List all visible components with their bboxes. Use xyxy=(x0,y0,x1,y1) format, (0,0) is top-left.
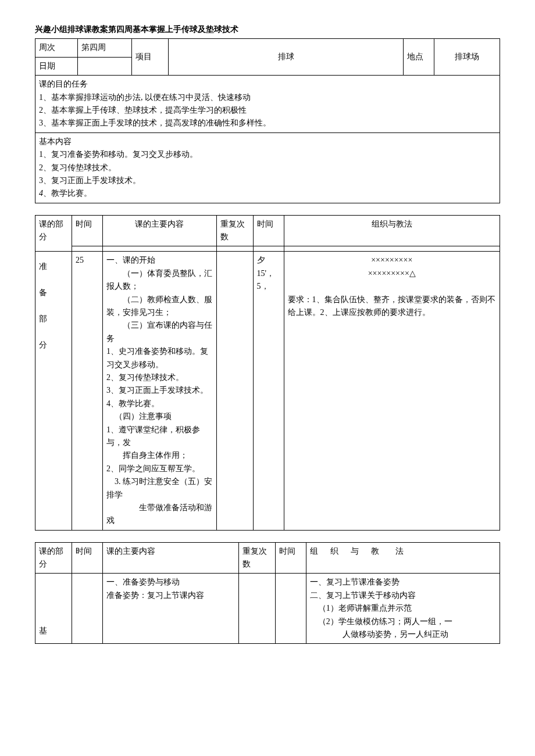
part-char: 部 xyxy=(39,306,68,332)
time-value: 25 xyxy=(72,252,103,530)
main-content-cell: 一、准备姿势与移动 准备姿势：复习上节课内容 xyxy=(103,574,239,644)
time2-val: 夕 xyxy=(257,254,280,267)
col-repeat: 重复次数 xyxy=(238,542,275,574)
objectives-item: 3、基本掌握正面上手发球的技术，提高发球的准确性和多样性。 xyxy=(39,117,496,130)
content-item: 3、复习正面上手发球技术。 xyxy=(39,174,496,187)
col-org: 组织与教法 xyxy=(306,542,500,574)
repeat-cell xyxy=(238,574,275,644)
main-content-cell: 一、课的开始 （一）体育委员整队，汇报人数； （二）教师检查人数、服装，安排见习… xyxy=(103,252,217,530)
header-table: 周次 第四周 项目 排球 地点 排球场 日期 课的目的任务 1、基本掌握排球运动… xyxy=(35,38,500,203)
org-cell: 一、复习上节课准备姿势 二、复习上节课关于移动内容 （1）老师讲解重点并示范 （… xyxy=(306,574,500,644)
empty-cell xyxy=(72,246,103,252)
col-part: 课的部分 xyxy=(35,542,72,574)
date-label: 日期 xyxy=(35,57,78,75)
date-value xyxy=(78,57,132,75)
col-part: 课的部分 xyxy=(35,215,72,252)
schedule-table-1: 课的部分 时间 课的主要内容 重复次数 时间 组织与教法 准 备 部 分 25 … xyxy=(35,215,500,531)
schedule-table-2: 课的部分 时间 课的主要内容 重复次数 时间 组织与教法 基 一、准备姿势与移动… xyxy=(35,542,500,644)
part-label-cell: 准 备 部 分 xyxy=(35,252,72,530)
week-label: 周次 xyxy=(35,39,78,57)
formation-line: ×××××××××△ xyxy=(288,267,496,280)
empty-cell xyxy=(103,246,217,252)
content-item: 1、复习准备姿势和移动。复习交叉步移动。 xyxy=(39,148,496,161)
empty-cell xyxy=(284,246,500,252)
content-heading: 基本内容 xyxy=(39,135,496,148)
part-char: 准 xyxy=(39,254,68,280)
part-char: 备 xyxy=(39,280,68,306)
org-cell: ××××××××× ×××××××××△ 要求：1、集合队伍快、整齐，按课堂要求… xyxy=(284,252,500,530)
document-title: 兴趣小组排球课教案第四周基本掌握上手传球及垫球技术 xyxy=(35,23,500,36)
col-time: 时间 xyxy=(72,215,103,246)
col-main: 课的主要内容 xyxy=(103,542,239,574)
location-value: 排球场 xyxy=(434,39,500,76)
content-item: 2、复习传垫球技术。 xyxy=(39,162,496,174)
objectives-item: 1、基本掌握排球运动的步法, 以便在练习中灵活、快速移动 xyxy=(39,91,496,104)
objectives-cell: 课的目的任务 1、基本掌握排球运动的步法, 以便在练习中灵活、快速移动 2、基本… xyxy=(35,76,500,133)
col-repeat: 重复次数 xyxy=(216,215,253,246)
col-time2: 时间 xyxy=(253,215,284,246)
repeat-cell xyxy=(216,252,253,530)
time2-val: 15'， xyxy=(257,267,280,280)
time-cell xyxy=(72,574,103,644)
empty-cell xyxy=(216,246,253,252)
content-cell: 基本内容 1、复习准备姿势和移动。复习交叉步移动。 2、复习传垫球技术。 3、复… xyxy=(35,132,500,203)
formation-line: ××××××××× xyxy=(288,254,496,267)
part-char: 分 xyxy=(39,332,68,359)
time2-cell: 夕 15'， 5， xyxy=(253,252,284,530)
col-time2: 时间 xyxy=(275,542,306,574)
week-value: 第四周 xyxy=(78,39,132,57)
objectives-item: 2、基本掌握上手传球、垫球技术，提高学生学习的积极性 xyxy=(39,104,496,117)
org-requirement: 要求：1、集合队伍快、整齐，按课堂要求的装备，否则不给上课。2、上课应按教师的要… xyxy=(288,293,496,320)
col-org: 组织与教法 xyxy=(284,215,500,246)
location-label: 地点 xyxy=(404,39,434,76)
content-item: 4、教学比赛。 xyxy=(39,187,496,200)
time2-val: 5， xyxy=(257,280,280,293)
col-time: 时间 xyxy=(72,542,103,574)
time2-cell xyxy=(275,574,306,644)
objectives-heading: 课的目的任务 xyxy=(39,78,496,91)
subject-value: 排球 xyxy=(169,39,404,76)
col-main: 课的主要内容 xyxy=(103,215,217,246)
empty-cell xyxy=(253,246,284,252)
subject-label: 项目 xyxy=(132,39,169,76)
part-label-cell: 基 xyxy=(35,574,72,644)
